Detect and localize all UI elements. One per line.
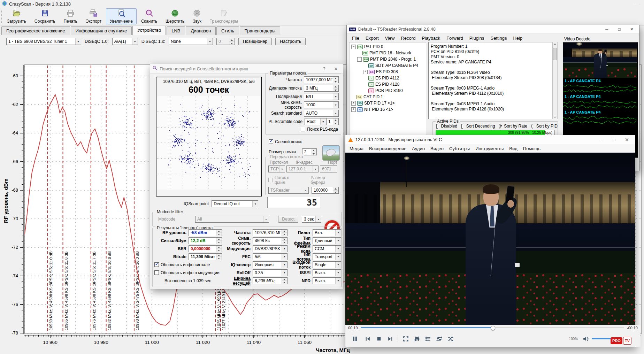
result-right-2[interactable]: CCM▼: [313, 245, 341, 252]
details-scrollbar[interactable]: [552, 42, 558, 119]
param-3[interactable]: 1000▼: [304, 101, 339, 108]
speaker-icon[interactable]: [581, 334, 590, 343]
result-mid-3[interactable]: 5/6▼: [253, 253, 288, 260]
tree-expander[interactable]: +: [363, 70, 368, 74]
result-left-1[interactable]: 12,2 dB: [189, 237, 222, 244]
param-0[interactable]: 10977,000 МГц: [304, 76, 339, 83]
pls-search-checkbox[interactable]: [301, 127, 305, 131]
loop-button[interactable]: [434, 334, 444, 343]
position-stepper[interactable]: 0: [216, 38, 235, 45]
vlc-menu-item[interactable]: Видео: [428, 145, 446, 152]
tab-1[interactable]: Информация о спутнике: [71, 26, 132, 35]
result-left-3[interactable]: 11,398 Мбит: [189, 253, 222, 260]
tree-expander[interactable]: +: [351, 101, 356, 106]
next-button[interactable]: [385, 334, 395, 343]
tsreader-minimize-icon[interactable]: ─: [601, 27, 612, 32]
detect-interval-select[interactable]: 3 сек▼: [302, 216, 321, 223]
tab-6[interactable]: Транспондеры: [240, 26, 280, 35]
toolbar-save-button[interactable]: Сохранить: [31, 8, 59, 24]
tab-0[interactable]: Географическое положение: [1, 26, 70, 35]
tree-item[interactable]: ♪ ES PID 4112: [350, 75, 426, 81]
result-mid-6[interactable]: 6,208 МГц: [253, 277, 288, 284]
result-right-4[interactable]: Single▼: [313, 261, 341, 268]
detect-button[interactable]: Detect: [278, 216, 298, 223]
tree-item[interactable]: CA CAT PID 1: [350, 94, 426, 100]
tree-expander[interactable]: −: [351, 45, 356, 49]
tree-item[interactable]: SD SDT: AP CANGATE P4: [350, 62, 426, 69]
tuner-select[interactable]: 1 - TBS 6908 DVBS/S2 Tuner 1▼: [6, 38, 81, 45]
tsreader-menu-playback[interactable]: Playback: [419, 34, 443, 42]
toolbar-load-button[interactable]: Загрузить: [3, 8, 30, 24]
tsreader-menu-forward[interactable]: Forward: [443, 34, 466, 42]
shuffle-button[interactable]: [445, 334, 455, 343]
toolbar-crawl-button[interactable]: Шерстить: [162, 8, 188, 24]
sort-descending-checkbox[interactable]: [461, 124, 463, 129]
tree-item[interactable]: ♪ ES PID 4128: [350, 81, 426, 87]
tsreader-close-icon[interactable]: ✕: [627, 27, 637, 32]
tab-4[interactable]: Диапазон: [186, 26, 216, 35]
toolbar-transponders-button[interactable]: Транспондеры: [206, 8, 242, 24]
minimize-icon[interactable]: —: [635, 1, 640, 6]
positioner-button[interactable]: Позиционер: [238, 38, 272, 45]
vlc-maximize-icon[interactable]: □: [609, 137, 619, 142]
tree-expander[interactable]: −: [357, 57, 362, 62]
param-4[interactable]: AUTO▼: [304, 110, 339, 117]
vlc-menu-item[interactable]: Аудио: [409, 145, 428, 152]
param-2[interactable]: В/П▼: [304, 93, 339, 100]
result-mid-4[interactable]: Инверсия▼: [253, 261, 288, 268]
result-left-2[interactable]: 0,0000000: [189, 245, 222, 252]
vlc-close-icon[interactable]: ✕: [622, 137, 632, 143]
result-right-0[interactable]: Вкл.▼: [313, 229, 341, 236]
vlc-menu-item[interactable]: Субтитры: [446, 145, 473, 152]
tree-item[interactable]: +ES ES PID 308: [350, 69, 426, 75]
pl-scramble-value[interactable]: 1: [326, 118, 339, 125]
result-right-6[interactable]: Выкл.▼: [313, 277, 341, 284]
modcode-select[interactable]: All▼: [195, 216, 269, 223]
toolbar-zoom-button[interactable]: Увеличение: [106, 8, 137, 24]
tree-item[interactable]: ● PCR PID 8190: [350, 87, 426, 94]
result-left-0[interactable]: -58 dBm: [189, 229, 222, 236]
tree-item[interactable]: −PA PAT PID 0: [350, 44, 426, 50]
result-mid-2[interactable]: DVBS2/8PSK▼: [253, 245, 288, 252]
pause-button[interactable]: [348, 333, 361, 344]
tsreader-menu-file[interactable]: File: [349, 34, 362, 42]
tsreader-menu-help[interactable]: Help: [510, 34, 526, 42]
extended-settings-button[interactable]: [412, 334, 422, 343]
seek-slider[interactable]: [361, 327, 624, 328]
toolbar-sound-button[interactable]: Звук: [189, 8, 205, 24]
previous-button[interactable]: [363, 334, 373, 343]
vlc-menu-item[interactable]: Воспроизведение: [366, 145, 409, 152]
vlc-video-area[interactable]: [345, 153, 635, 325]
tab-3[interactable]: LNB: [167, 26, 185, 35]
tsreader-menu-export[interactable]: Export: [362, 34, 382, 42]
sort-by-pid-radio[interactable]: [531, 124, 533, 129]
vlc-menu-item[interactable]: Медиа: [347, 145, 366, 152]
stop-button[interactable]: [374, 334, 384, 343]
result-mid-1[interactable]: 4598 Кс: [253, 237, 288, 244]
playlist-button[interactable]: [423, 334, 433, 343]
toolbar-scan-button[interactable]: Сканить: [137, 8, 161, 24]
tsreader-menu-plugins[interactable]: Plugins: [466, 34, 488, 42]
update-modulation-checkbox[interactable]: [154, 270, 159, 275]
tsreader-maximize-icon[interactable]: □: [614, 27, 624, 32]
tree-item[interactable]: PM PMT PID 16 - Network: [350, 50, 426, 56]
result-right-1[interactable]: Длинный▼: [313, 237, 341, 244]
vlc-menu-item[interactable]: Инструменты: [473, 145, 506, 152]
update-signal-checkbox[interactable]: [154, 262, 159, 267]
result-right-3[interactable]: Transport▼: [313, 253, 341, 260]
tree-item[interactable]: +SD SDT PID 17 <1>: [350, 100, 426, 106]
result-right-5[interactable]: Выкл.▼: [313, 269, 341, 276]
dialog-help-button[interactable]: ?: [319, 66, 329, 71]
tree-item[interactable]: −PM PMT PID 2048 - Progr. 1: [350, 56, 426, 62]
tab-2[interactable]: Устройство: [132, 26, 166, 35]
toolbar-print-button[interactable]: Печать: [60, 8, 81, 24]
reader-select[interactable]: TSReader▼: [268, 187, 309, 194]
tab-5[interactable]: Стиль: [216, 26, 239, 35]
disabled-checkbox[interactable]: [436, 124, 438, 129]
sort-by-rate-radio[interactable]: [499, 124, 501, 129]
tsreader-menu-record[interactable]: Record: [398, 34, 419, 42]
result-mid-0[interactable]: 10976,310 МГц: [253, 229, 288, 236]
blind-search-checkbox[interactable]: [269, 139, 273, 144]
vlc-menu-item[interactable]: Вид: [506, 145, 520, 152]
tsreader-menu-view[interactable]: View: [382, 34, 398, 42]
